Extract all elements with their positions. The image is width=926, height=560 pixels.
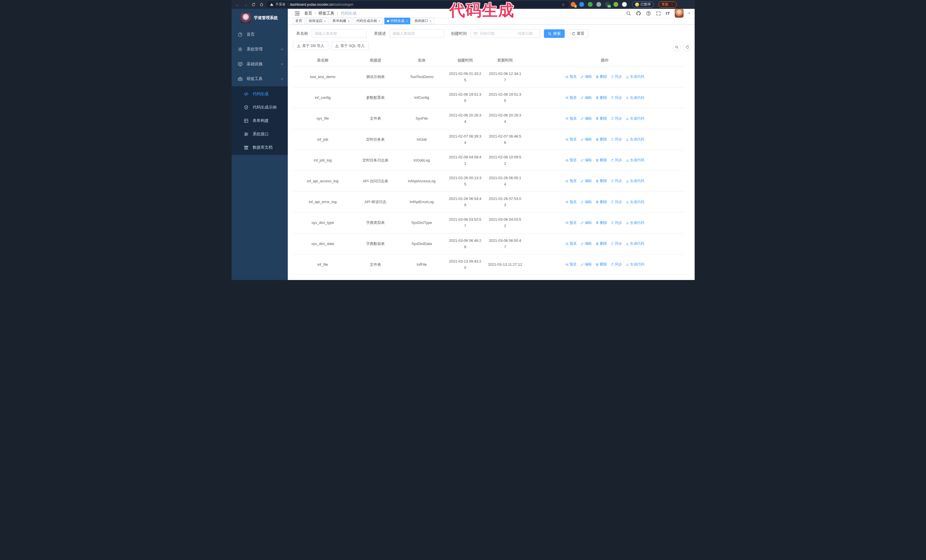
tab-1[interactable]: 链路追踪 × [306,18,328,24]
action-edit[interactable]: 编辑 [580,199,592,205]
blue-gem-extension-icon[interactable] [579,2,584,7]
action-delete[interactable]: 删除 [596,199,607,205]
action-delete[interactable]: 删除 [596,178,607,184]
action-sync[interactable]: 同步 [611,136,622,142]
chrome-update-button[interactable]: 更新 ⋮ [658,2,677,8]
puzzle-extension-icon[interactable] [622,2,627,7]
action-generate[interactable]: 生成代码 [626,261,644,267]
orange-extension-icon[interactable]: 1 [571,2,575,7]
grid-extension-icon[interactable] [596,2,601,7]
action-delete[interactable]: 删除 [596,261,607,267]
sidebar-item-0[interactable]: 首页 [232,27,288,42]
font-size-icon[interactable]: tT [666,11,670,16]
browser-back-icon[interactable]: ← [235,2,241,8]
action-edit[interactable]: 编辑 [580,157,592,163]
action-generate[interactable]: 生成代码 [626,178,644,184]
close-tab-icon[interactable]: × [324,20,326,23]
help-icon[interactable] [646,11,651,16]
action-sync[interactable]: 同步 [611,261,622,267]
action-edit[interactable]: 编辑 [580,220,592,226]
action-generate[interactable]: 生成代码 [626,241,644,247]
action-edit[interactable]: 编辑 [580,136,592,142]
toggle-search-button[interactable] [673,43,681,51]
action-preview[interactable]: 预览 [565,136,577,142]
action-edit[interactable]: 编辑 [580,95,592,101]
action-sync[interactable]: 同步 [611,220,622,226]
user-avatar[interactable] [675,9,684,18]
action-sync[interactable]: 同步 [611,241,622,247]
table-name-input[interactable]: 请输入表名称 [312,29,367,38]
action-delete[interactable]: 删除 [596,74,607,80]
tab-2[interactable]: 表单构建 × [330,18,352,24]
browser-forward-icon[interactable]: → [242,2,249,8]
submenu-item-4[interactable]: 数据库文档 [232,141,288,154]
sidebar-item-1[interactable]: 系统管理 [232,42,288,57]
chrome-menu-dots-icon[interactable]: ⋮ [670,3,673,6]
browser-home-icon[interactable] [259,2,265,8]
submenu-item-3[interactable]: 系统接口 [232,127,288,141]
address-bar[interactable]: 不安全 dashboard.yudao.iocoder.cn/tool/code… [266,1,569,8]
import-sql-button[interactable]: 基于 SQL 导入 [331,42,369,50]
user-menu-caret-icon[interactable]: ▾ [688,11,690,15]
table-desc-input[interactable]: 请输入表描述 [389,29,443,38]
tab-3[interactable]: 代码生成示例 × [354,18,383,24]
submenu-item-0[interactable]: 代码生成 [232,87,288,101]
tab-4[interactable]: 代码生成 × [384,18,410,24]
action-sync[interactable]: 同步 [611,199,622,205]
action-delete[interactable]: 删除 [596,220,607,226]
close-tab-icon[interactable]: × [348,20,350,23]
breadcrumb-home[interactable]: 首页 [304,11,312,16]
action-edit[interactable]: 编辑 [580,178,592,184]
sidebar-item-2[interactable]: 基础设施 [232,57,288,71]
action-generate[interactable]: 生成代码 [626,136,644,142]
action-generate[interactable]: 生成代码 [626,116,644,122]
action-preview[interactable]: 预览 [565,157,577,163]
action-preview[interactable]: 预览 [565,95,577,101]
action-preview[interactable]: 预览 [565,199,577,205]
action-generate[interactable]: 生成代码 [626,199,644,205]
action-generate[interactable]: 生成代码 [626,157,644,163]
action-delete[interactable]: 删除 [596,241,607,247]
reset-button[interactable]: 重置 [567,29,589,38]
browser-reload-icon[interactable] [250,2,257,8]
sidebar-logo[interactable]: 芋道管理系统 [232,9,288,27]
search-button[interactable]: 搜索 [544,29,565,38]
action-delete[interactable]: 删除 [596,116,607,122]
action-edit[interactable]: 编辑 [580,116,592,122]
action-sync[interactable]: 同步 [611,116,622,122]
submenu-item-2[interactable]: 表单构建 [232,114,288,127]
action-generate[interactable]: 生成代码 [626,95,644,101]
refresh-table-button[interactable] [684,43,691,51]
action-sync[interactable]: 同步 [611,178,622,184]
import-db-button[interactable]: 基于 DB 导入 [293,42,328,50]
action-delete[interactable]: 删除 [596,157,607,163]
action-preview[interactable]: 预览 [565,74,577,80]
close-tab-icon[interactable]: × [430,20,431,23]
switch-on-extension-icon[interactable]: on [605,2,610,7]
action-preview[interactable]: 预览 [565,178,577,184]
bookmark-star-icon[interactable]: ☆ [561,2,565,7]
green-check-extension-icon[interactable] [588,2,593,7]
action-edit[interactable]: 编辑 [580,261,592,267]
green-bot-extension-icon[interactable] [613,2,618,7]
github-icon[interactable] [636,11,641,16]
tab-5[interactable]: 系统接口 × [412,18,434,24]
action-preview[interactable]: 预览 [565,220,577,226]
close-tab-icon[interactable]: × [406,20,408,23]
collapse-sidebar-icon[interactable] [294,10,300,17]
fullscreen-icon[interactable] [656,11,661,16]
breadcrumb-devtools[interactable]: 研发工具 [318,11,334,16]
submenu-item-1[interactable]: 代码生成示例 [232,101,288,114]
tab-0[interactable]: 首页 [293,18,305,24]
action-sync[interactable]: 同步 [611,95,622,101]
action-sync[interactable]: 同步 [611,74,622,80]
action-preview[interactable]: 预览 [565,261,577,267]
action-generate[interactable]: 生成代码 [626,74,644,80]
action-delete[interactable]: 删除 [596,136,607,142]
close-tab-icon[interactable]: × [378,20,380,23]
date-range-input[interactable]: 开始日期 - 结束日期 [471,29,540,38]
action-delete[interactable]: 删除 [596,95,607,101]
sidebar-item-3[interactable]: 研发工具 [232,71,288,86]
action-edit[interactable]: 编辑 [580,241,592,247]
action-preview[interactable]: 预览 [565,116,577,122]
